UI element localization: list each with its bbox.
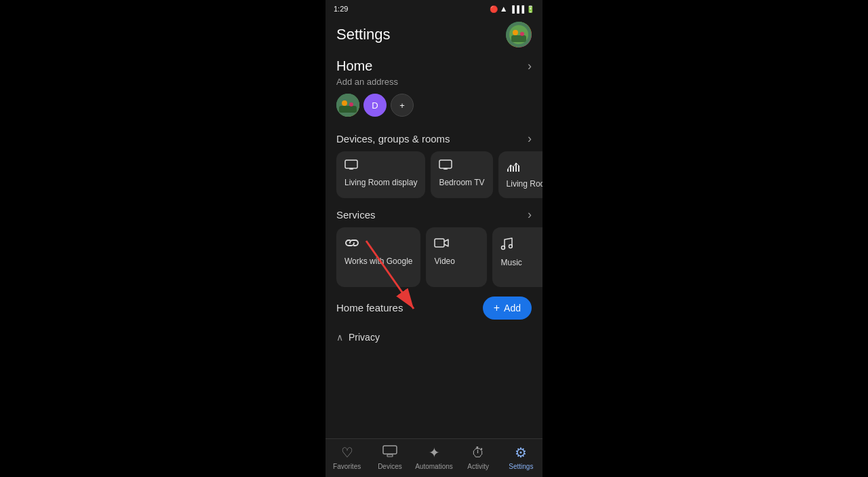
devices-chevron-icon[interactable]: › xyxy=(528,132,532,146)
scroll-content: Home › Add an address D + Devices, xyxy=(326,50,542,477)
add-address-text: Add an address xyxy=(336,77,532,87)
devices-nav-label: Devices xyxy=(378,463,402,470)
phone-container: 1:29 🔴 ▲ ▐▐▐ 🔋 Settings Home › xyxy=(326,0,542,477)
link-icon xyxy=(344,237,412,252)
wifi-icon: ▲ xyxy=(500,4,508,14)
svg-rect-22 xyxy=(435,239,444,247)
nav-item-devices[interactable]: Devices xyxy=(372,445,408,470)
favorites-icon: ♡ xyxy=(341,444,353,461)
member-avatar-add[interactable]: + xyxy=(391,94,414,117)
svg-rect-6 xyxy=(339,106,357,113)
nav-item-activity[interactable]: ⏱ Activity xyxy=(460,445,496,470)
device-card-living-room[interactable]: Living Room xyxy=(498,151,542,198)
services-label: Services xyxy=(336,209,376,221)
service-label-1: Works with Google xyxy=(344,256,412,267)
tv-icon-1 xyxy=(344,159,417,174)
status-bar: 1:29 🔴 ▲ ▐▐▐ 🔋 xyxy=(326,0,542,16)
service-label-2: Video xyxy=(434,256,479,267)
automations-icon: ✦ xyxy=(429,444,440,461)
service-label-3: Music xyxy=(500,258,542,269)
device-card-living-room-display[interactable]: Living Room display xyxy=(336,151,425,198)
devices-section-header[interactable]: Devices, groups & rooms › xyxy=(326,122,542,151)
devices-cards: Living Room display Bedroom TV xyxy=(326,151,542,198)
equalizer-icon xyxy=(507,159,542,175)
page-title: Settings xyxy=(336,26,391,43)
svg-point-3 xyxy=(513,30,518,35)
home-features-label: Home features xyxy=(336,302,403,313)
member-avatar-landscape[interactable] xyxy=(336,94,359,117)
service-card-works-with-google[interactable]: Works with Google xyxy=(336,227,420,287)
svg-rect-2 xyxy=(511,35,526,42)
favorites-label: Favorites xyxy=(333,463,361,470)
services-cards: Works with Google Video xyxy=(326,227,542,287)
home-features-row: Home features + Add xyxy=(326,287,542,325)
svg-rect-12 xyxy=(439,160,452,168)
privacy-label: Privacy xyxy=(349,332,380,343)
activity-label: Activity xyxy=(467,463,489,470)
service-card-video[interactable]: Video xyxy=(426,227,487,287)
svg-point-23 xyxy=(502,246,505,249)
services-chevron-icon[interactable]: › xyxy=(528,208,532,222)
music-icon xyxy=(500,237,542,254)
home-title: Home xyxy=(336,58,372,74)
status-icons: 🔴 ▲ ▐▐▐ 🔋 xyxy=(490,4,534,14)
nav-item-automations[interactable]: ✦ Automations xyxy=(415,444,453,470)
settings-icon: ⚙ xyxy=(515,444,527,461)
nav-item-settings[interactable]: ⚙ Settings xyxy=(503,444,538,470)
status-time: 1:29 xyxy=(334,5,348,13)
add-plus-icon: + xyxy=(494,302,500,314)
bottom-nav: ♡ Favorites Devices ✦ Automations ⏱ Acti… xyxy=(326,438,542,477)
automations-label: Automations xyxy=(415,463,453,470)
svg-point-24 xyxy=(509,244,513,248)
svg-point-4 xyxy=(520,32,524,36)
members-row: D + xyxy=(336,94,532,117)
activity-icon: ⏱ xyxy=(471,445,485,461)
privacy-row[interactable]: ∧ Privacy xyxy=(326,325,542,349)
svg-rect-26 xyxy=(383,446,397,454)
page-header: Settings xyxy=(326,16,542,50)
device-label-3: Living Room xyxy=(507,179,542,190)
services-section-header[interactable]: Services › xyxy=(326,198,542,227)
settings-label: Settings xyxy=(509,463,533,470)
svg-point-7 xyxy=(342,100,347,106)
home-chevron-icon[interactable]: › xyxy=(528,59,532,73)
device-label-2: Bedroom TV xyxy=(439,178,484,189)
add-button-text: Add xyxy=(504,303,521,313)
device-label-1: Living Room display xyxy=(344,178,417,189)
device-card-bedroom-tv[interactable]: Bedroom TV xyxy=(431,151,492,198)
add-button[interactable]: + Add xyxy=(483,297,532,320)
tv-icon-2 xyxy=(439,159,484,174)
video-icon xyxy=(434,237,479,252)
svg-rect-27 xyxy=(387,455,393,457)
member-avatar-d[interactable]: D xyxy=(363,94,387,117)
battery-icon: 🔋 xyxy=(526,5,534,13)
devices-icon xyxy=(382,445,397,461)
user-avatar[interactable] xyxy=(506,22,532,47)
service-card-music[interactable]: Music xyxy=(492,227,542,287)
svg-point-5 xyxy=(336,94,359,117)
home-section: Home › Add an address D + xyxy=(326,50,542,122)
svg-rect-9 xyxy=(345,160,357,168)
home-row[interactable]: Home › xyxy=(336,58,532,74)
signal-icon: ▐▐▐ xyxy=(510,5,524,13)
record-icon: 🔴 xyxy=(490,5,498,13)
privacy-chevron-icon: ∧ xyxy=(336,332,343,343)
devices-label: Devices, groups & rooms xyxy=(336,133,450,145)
nav-item-favorites[interactable]: ♡ Favorites xyxy=(330,444,365,470)
svg-point-8 xyxy=(349,102,353,107)
